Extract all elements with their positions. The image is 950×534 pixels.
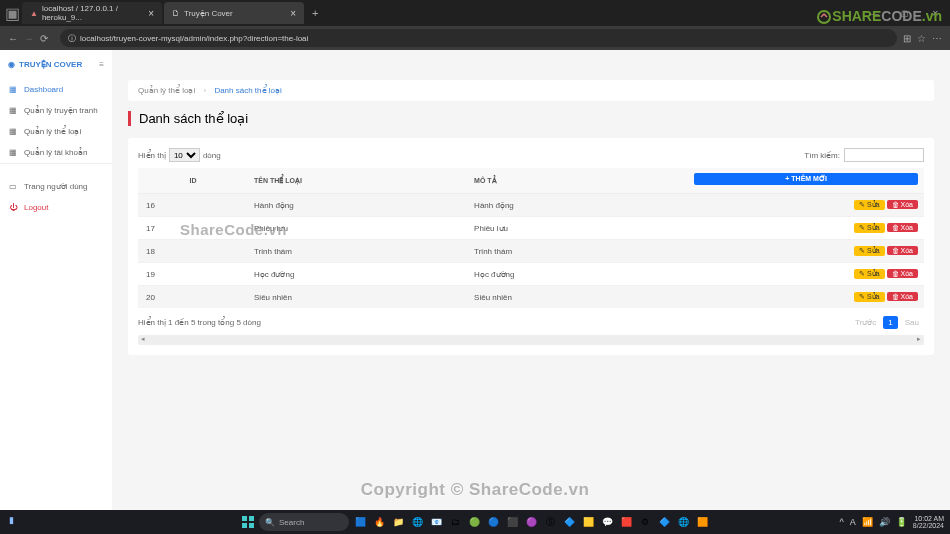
sidebar-item-label: Trang người dùng [24, 182, 88, 191]
sidebar-item-label: Quản lý tài khoản [24, 148, 87, 157]
forward-icon[interactable]: → [24, 33, 34, 44]
taskbar-icon[interactable]: 📁 [390, 514, 406, 530]
taskbar-icon[interactable]: 🔷 [561, 514, 577, 530]
grid-icon: ▦ [8, 148, 18, 157]
cell-id: 18 [138, 240, 248, 263]
info-icon: ⓘ [68, 33, 76, 44]
taskbar-icon[interactable]: 🔥 [371, 514, 387, 530]
col-name[interactable]: TÊN THỂ LOẠI [248, 168, 468, 194]
pencil-icon: ✎ [859, 293, 865, 301]
tray-battery-icon[interactable]: 🔋 [896, 517, 907, 527]
start-button[interactable] [240, 514, 256, 530]
page-next[interactable]: Sau [900, 316, 924, 329]
sidebar-brand[interactable]: ◉ TRUYỆN COVER ≡ [0, 50, 112, 79]
cell-id: 16 [138, 194, 248, 217]
taskbar-icon[interactable]: 🟣 [523, 514, 539, 530]
sidebar-toggle-icon[interactable]: ▣ [6, 7, 18, 19]
extension-icon[interactable]: ⊞ [903, 33, 911, 44]
taskbar-icon[interactable]: 🌐 [409, 514, 425, 530]
sidebar-item-label: Dashboard [24, 85, 63, 94]
cell-desc: Trinh thám [468, 240, 688, 263]
add-new-button[interactable]: + THÊM MỚI [694, 173, 918, 185]
page-prev[interactable]: Trước [850, 316, 881, 329]
cell-actions: ✎Sửa🗑Xóa [688, 240, 924, 263]
back-icon[interactable]: ← [8, 33, 18, 44]
tray-chevron-icon[interactable]: ^ [840, 517, 844, 527]
delete-button[interactable]: 🗑Xóa [887, 292, 918, 301]
taskbar-clock[interactable]: 10:02 AM 8/22/2024 [913, 515, 944, 529]
taskbar-icon[interactable]: 🟧 [694, 514, 710, 530]
breadcrumb: Quản lý thể loại › Danh sách thể loại [128, 80, 934, 101]
chevron-right-icon: › [203, 86, 206, 95]
taskbar-icon[interactable]: 📧 [428, 514, 444, 530]
tray-lang-icon[interactable]: A [850, 517, 856, 527]
scroll-right-icon[interactable]: ▸ [914, 335, 924, 345]
cell-actions: ✎Sửa🗑Xóa [688, 286, 924, 309]
menu-icon[interactable]: ⋯ [932, 33, 942, 44]
cell-actions: ✎Sửa🗑Xóa [688, 263, 924, 286]
sidebar-item-userpage[interactable]: ▭ Trang người dùng [0, 176, 112, 197]
refresh-icon[interactable]: ⟳ [40, 33, 48, 44]
breadcrumb-current: Danh sách thể loại [214, 86, 281, 95]
edit-button[interactable]: ✎Sửa [854, 292, 885, 302]
taskbar-icon[interactable]: 🗂 [447, 514, 463, 530]
delete-button[interactable]: 🗑Xóa [887, 200, 918, 209]
cell-id: 20 [138, 286, 248, 309]
table-row: 20Siêu nhiênSiêu nhiên✎Sửa🗑Xóa [138, 286, 924, 309]
taskbar-icon[interactable]: 🟥 [618, 514, 634, 530]
new-tab-button[interactable]: + [312, 7, 318, 19]
sidebar-item-label: Quản lý thể loại [24, 127, 81, 136]
taskbar-icon[interactable]: ⚙ [637, 514, 653, 530]
taskbar-icon[interactable]: 💬 [599, 514, 615, 530]
sidebar-item[interactable]: ▦Quản lý truyện tranh [0, 100, 112, 121]
edit-button[interactable]: ✎Sửa [854, 269, 885, 279]
browser-tab-2[interactable]: 🗋 Truyện Cover × [164, 2, 304, 24]
page-length-select[interactable]: 10 [169, 148, 200, 162]
taskbar-icon[interactable]: 🟨 [580, 514, 596, 530]
taskbar-icon[interactable]: 🟢 [466, 514, 482, 530]
favorites-icon[interactable]: ☆ [917, 33, 926, 44]
sidebar-item[interactable]: ▦Dashboard [0, 79, 112, 100]
scroll-left-icon[interactable]: ◂ [138, 335, 148, 345]
horizontal-scrollbar[interactable]: ◂ ▸ [138, 335, 924, 345]
taskbar-icon[interactable]: 🔵 [485, 514, 501, 530]
tray-volume-icon[interactable]: 🔊 [879, 517, 890, 527]
browser-tab-1[interactable]: ▲ localhost / 127.0.0.1 / heroku_9... × [22, 2, 162, 24]
sidebar-item[interactable]: ▦Quản lý thể loại [0, 121, 112, 142]
search-input[interactable] [844, 148, 924, 162]
page-number[interactable]: 1 [883, 316, 897, 329]
svg-rect-3 [242, 523, 247, 528]
brand-icon: ◉ [8, 60, 15, 69]
grid-icon: ▦ [8, 106, 18, 115]
col-id[interactable]: ID [138, 168, 248, 194]
hamburger-icon[interactable]: ≡ [99, 60, 104, 69]
breadcrumb-parent[interactable]: Quản lý thể loại [138, 86, 195, 95]
col-desc[interactable]: MÔ TẢ [468, 168, 688, 194]
search-icon: 🔍 [265, 518, 275, 527]
delete-button[interactable]: 🗑Xóa [887, 269, 918, 278]
delete-button[interactable]: 🗑Xóa [887, 246, 918, 255]
pagination: Trước 1 Sau [850, 316, 924, 329]
taskbar-icon[interactable]: 🔷 [656, 514, 672, 530]
taskbar-icon[interactable]: Ⓢ [542, 514, 558, 530]
sidebar-item[interactable]: ▦Quản lý tài khoản [0, 142, 112, 163]
delete-button[interactable]: 🗑Xóa [887, 223, 918, 232]
trash-icon: 🗑 [892, 293, 899, 300]
taskbar-app-icon[interactable]: ▮ [4, 515, 18, 529]
edit-button[interactable]: ✎Sửa [854, 223, 885, 233]
taskbar-icon[interactable]: ⬛ [504, 514, 520, 530]
close-icon[interactable]: × [290, 8, 296, 19]
tray-wifi-icon[interactable]: 📶 [862, 517, 873, 527]
close-icon[interactable]: × [148, 8, 154, 19]
pencil-icon: ✎ [859, 224, 865, 232]
admin-sidebar: ◉ TRUYỆN COVER ≡ ▦Dashboard▦Quản lý truy… [0, 50, 112, 510]
edit-button[interactable]: ✎Sửa [854, 246, 885, 256]
grid-icon: ▦ [8, 85, 18, 94]
sidebar-item-logout[interactable]: ⏻ Logout [0, 197, 112, 218]
taskbar-icon[interactable]: 🟦 [352, 514, 368, 530]
taskbar-icon[interactable]: 🌐 [675, 514, 691, 530]
taskbar-search[interactable]: 🔍Search [259, 513, 349, 531]
url-input[interactable]: ⓘ localhost/truyen-cover-mysql/admin/ind… [60, 29, 897, 47]
edit-button[interactable]: ✎Sửa [854, 200, 885, 210]
category-table: ID TÊN THỂ LOẠI MÔ TẢ + THÊM MỚI 16Hành … [138, 168, 924, 308]
